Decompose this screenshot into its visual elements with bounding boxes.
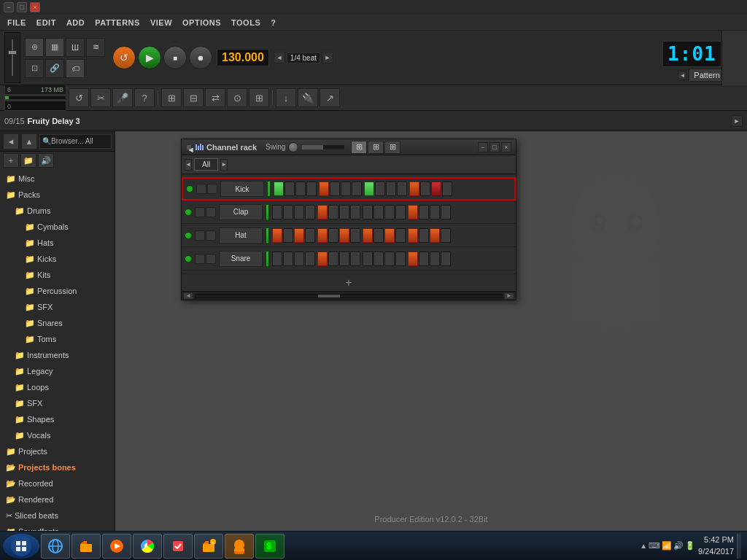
quantize-display[interactable]: 1/4 beat bbox=[287, 52, 320, 63]
close-button[interactable]: × bbox=[30, 2, 40, 12]
taskbar-folder[interactable]: + bbox=[194, 534, 223, 559]
waveform-button[interactable]: ≋ bbox=[86, 38, 105, 57]
snare-beat-4[interactable] bbox=[305, 252, 315, 266]
snare-beat-12[interactable] bbox=[395, 252, 406, 266]
cr-filter-all[interactable]: All bbox=[194, 158, 218, 171]
tool-swap[interactable]: ⇄ bbox=[205, 88, 225, 107]
loop-button[interactable]: ↺ bbox=[112, 46, 136, 69]
sidebar-item-drums[interactable]: 📁 Drums bbox=[0, 203, 115, 219]
tool-plugin[interactable]: 🔌 bbox=[298, 88, 318, 107]
minimize-button[interactable]: − bbox=[4, 2, 14, 12]
menu-view[interactable]: VIEW bbox=[146, 17, 177, 28]
clap-beat-13[interactable] bbox=[408, 205, 418, 219]
sidebar-search-box[interactable]: 🔍 bbox=[39, 134, 112, 149]
kick-beat-6[interactable] bbox=[330, 182, 340, 196]
sidebar-item-cymbals[interactable]: 📁 Cymbals bbox=[0, 219, 115, 235]
hat-beat-9[interactable] bbox=[363, 228, 373, 243]
plugin-next-btn[interactable]: ► bbox=[731, 115, 743, 127]
maximize-button[interactable]: □ bbox=[17, 2, 27, 12]
cr-restore-btn[interactable]: □ bbox=[489, 142, 500, 152]
tool-mic[interactable]: 🎤 bbox=[112, 88, 133, 107]
sidebar-item-packs[interactable]: 📁 Packs bbox=[0, 187, 115, 203]
clap-beat-12[interactable] bbox=[395, 205, 406, 219]
hat-beat-16[interactable] bbox=[441, 228, 451, 243]
hat-beat-12[interactable] bbox=[395, 228, 406, 243]
start-button[interactable] bbox=[3, 534, 39, 559]
sidebar-item-toms[interactable]: 📁 Toms bbox=[0, 331, 115, 347]
clap-beat-11[interactable] bbox=[384, 205, 395, 219]
kick-beat-9[interactable] bbox=[364, 182, 374, 196]
clap-mute-btn[interactable] bbox=[195, 207, 205, 217]
kick-mute-btn[interactable] bbox=[196, 184, 206, 194]
hat-beat-11[interactable] bbox=[384, 228, 395, 243]
kick-led[interactable] bbox=[186, 185, 193, 192]
menu-help[interactable]: ? bbox=[266, 17, 280, 28]
cr-scroll-track[interactable] bbox=[195, 294, 503, 298]
tool-export[interactable]: ↗ bbox=[320, 88, 340, 107]
snare-name[interactable]: Snare bbox=[219, 251, 263, 267]
tool-browser[interactable]: ⊙ bbox=[227, 88, 247, 107]
clap-beat-15[interactable] bbox=[430, 205, 440, 219]
taskbar-ie[interactable] bbox=[41, 534, 70, 559]
tag-button[interactable]: 🏷 bbox=[66, 59, 85, 78]
sidebar-item-vocals[interactable]: 📁 Vocals bbox=[0, 427, 115, 443]
kick-beat-4[interactable] bbox=[306, 182, 317, 196]
clap-beat-14[interactable] bbox=[419, 205, 429, 219]
hat-beat-1[interactable] bbox=[272, 228, 282, 243]
kick-beat-2[interactable] bbox=[285, 182, 295, 196]
kick-beat-3[interactable] bbox=[295, 182, 306, 196]
clap-name[interactable]: Clap bbox=[219, 204, 263, 220]
next-pattern-btn[interactable]: ► bbox=[322, 52, 333, 63]
rec-button[interactable]: ⊛ bbox=[25, 38, 44, 57]
snare-beat-5[interactable] bbox=[317, 252, 328, 266]
taskbar-green-app[interactable]: $ bbox=[255, 534, 285, 559]
cr-collapse-btn[interactable]: ◄ bbox=[186, 144, 192, 150]
snare-beat-2[interactable] bbox=[283, 252, 293, 266]
record-button[interactable]: ⏺ bbox=[189, 46, 212, 69]
sidebar-item-shapes[interactable]: 📁 Shapes bbox=[0, 411, 115, 427]
hat-beat-8[interactable] bbox=[350, 228, 360, 243]
link-button[interactable]: 🔗 bbox=[45, 59, 64, 78]
hat-name[interactable]: Hat bbox=[219, 228, 263, 244]
kick-beat-13[interactable] bbox=[409, 182, 419, 196]
snare-beat-16[interactable] bbox=[441, 252, 451, 266]
sidebar-item-sfx1[interactable]: 📁 SFX bbox=[0, 299, 115, 315]
sidebar-item-kicks[interactable]: 📁 Kicks bbox=[0, 251, 115, 267]
hat-beat-6[interactable] bbox=[328, 228, 338, 243]
hat-beat-2[interactable] bbox=[283, 228, 293, 243]
snare-beat-9[interactable] bbox=[363, 252, 373, 266]
clap-beat-10[interactable] bbox=[374, 205, 384, 219]
taskbar-todo[interactable] bbox=[163, 534, 193, 559]
tool-refresh[interactable]: ↺ bbox=[69, 88, 89, 107]
tool-step[interactable]: ⊞ bbox=[249, 88, 269, 107]
clap-beat-7[interactable] bbox=[339, 205, 349, 219]
stop-button[interactable]: ■ bbox=[163, 46, 187, 69]
kick-beat-10[interactable] bbox=[375, 182, 385, 196]
menu-tools[interactable]: TOOLS bbox=[227, 17, 265, 28]
menu-patterns[interactable]: PATTERNS bbox=[90, 17, 144, 28]
sidebar-folder-btn[interactable]: 📁 bbox=[20, 153, 36, 168]
sidebar-back-btn[interactable]: ◄ bbox=[3, 133, 19, 149]
snare-beat-1[interactable] bbox=[272, 252, 282, 266]
cr-scroll-right-btn[interactable]: ► bbox=[504, 292, 514, 300]
clap-beat-8[interactable] bbox=[350, 205, 360, 219]
sidebar-item-sliced-beats[interactable]: ✂ Sliced beats bbox=[0, 508, 115, 524]
cr-all-next[interactable]: ► bbox=[220, 159, 228, 171]
cr-grid-btn-1[interactable]: ⊞ bbox=[351, 141, 367, 154]
master-volume-slider[interactable] bbox=[4, 32, 20, 83]
kick-solo-btn[interactable] bbox=[207, 184, 217, 194]
kick-name[interactable]: Kick bbox=[220, 181, 264, 197]
taskbar-explorer[interactable] bbox=[71, 534, 101, 559]
tray-volume[interactable]: 🔊 bbox=[673, 541, 684, 551]
hat-mute-btn[interactable] bbox=[195, 230, 205, 241]
swing-knob[interactable] bbox=[288, 142, 298, 152]
sidebar-up-btn[interactable]: ▲ bbox=[21, 133, 37, 149]
clap-solo-btn[interactable] bbox=[206, 207, 216, 217]
kick-beat-12[interactable] bbox=[397, 182, 407, 196]
play-button[interactable]: ▶ bbox=[138, 46, 161, 69]
sidebar-item-misc[interactable]: 📁 Misc bbox=[0, 171, 115, 187]
hat-beat-3[interactable] bbox=[294, 228, 304, 243]
tool-scissors[interactable]: ✂ bbox=[90, 88, 111, 107]
swing-slider[interactable] bbox=[301, 144, 345, 150]
hat-beat-4[interactable] bbox=[305, 228, 315, 243]
